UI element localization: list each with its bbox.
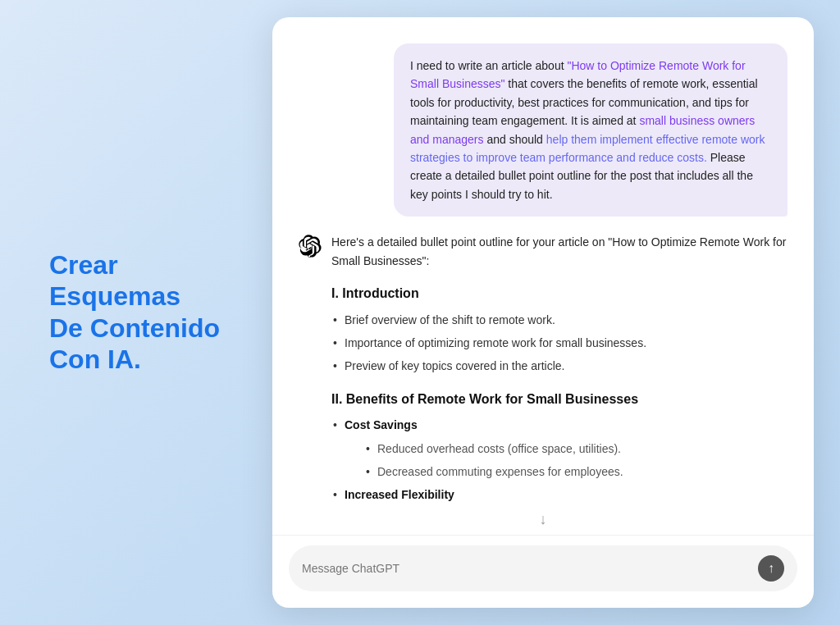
user-bubble: I need to write an article about "How to… bbox=[394, 43, 788, 217]
list-item: Cost Savings Reduced overhead costs (off… bbox=[331, 416, 788, 481]
user-message-container: I need to write an article about "How to… bbox=[299, 43, 788, 217]
chatgpt-icon bbox=[299, 235, 322, 258]
section2-list: Cost Savings Reduced overhead costs (off… bbox=[331, 416, 788, 508]
cost-savings-subitems: Reduced overhead costs (office space, ut… bbox=[345, 440, 788, 481]
highlight-title: "How to Optimize Remote Work for Small B… bbox=[410, 59, 746, 90]
send-button[interactable]: ↑ bbox=[758, 555, 784, 582]
assistant-message-container: Here's a detailed bullet point outline f… bbox=[299, 233, 788, 508]
section1-title: I. Introduction bbox=[331, 283, 788, 304]
assistant-content: Here's a detailed bullet point outline f… bbox=[331, 233, 788, 508]
list-item: Importance of optimizing remote work for… bbox=[331, 334, 788, 352]
assistant-intro: Here's a detailed bullet point outline f… bbox=[331, 233, 788, 270]
section2-title: II. Benefits of Remote Work for Small Bu… bbox=[331, 389, 788, 410]
chat-window: I need to write an article about "How to… bbox=[272, 17, 814, 608]
list-item: Increased Flexibility Adaptable work hou… bbox=[331, 486, 788, 508]
send-icon: ↑ bbox=[768, 562, 774, 575]
message-input[interactable] bbox=[302, 562, 751, 575]
list-item: Reduced overhead costs (office space, ut… bbox=[364, 440, 788, 458]
input-bar: ↑ bbox=[289, 545, 797, 591]
scroll-indicator: ↓ bbox=[272, 508, 814, 535]
list-item: Preview of key topics covered in the art… bbox=[331, 357, 788, 375]
cost-savings-label: Cost Savings bbox=[345, 418, 418, 431]
section1-list: Brief overview of the shift to remote wo… bbox=[331, 311, 788, 376]
chat-input-area: ↑ bbox=[272, 535, 814, 608]
sidebar: Crear Esquemas De Contenido Con IA. bbox=[49, 249, 230, 376]
flexibility-label: Increased Flexibility bbox=[345, 488, 454, 501]
chat-messages: I need to write an article about "How to… bbox=[272, 17, 814, 508]
sidebar-title: Crear Esquemas De Contenido Con IA. bbox=[49, 249, 230, 376]
list-item: Decreased commuting expenses for employe… bbox=[364, 463, 788, 481]
list-item: Brief overview of the shift to remote wo… bbox=[331, 311, 788, 329]
scroll-down-icon: ↓ bbox=[540, 511, 547, 528]
